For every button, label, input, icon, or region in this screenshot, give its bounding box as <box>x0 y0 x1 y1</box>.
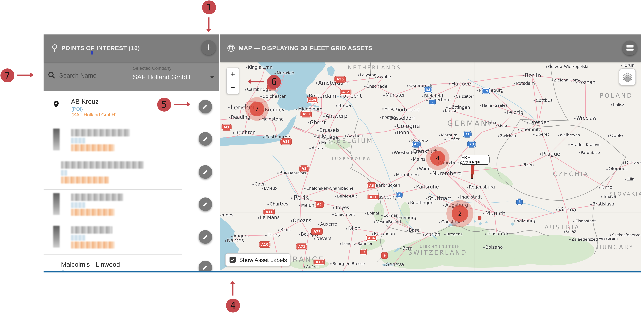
map-city-label: Halle (Saale) <box>480 103 507 108</box>
map-country-label: NETHERLANDS <box>348 65 401 71</box>
map-city-label: Wroclaw <box>574 115 596 121</box>
map-city-label: Basel <box>407 228 421 232</box>
motorway-badge: A6 <box>367 183 376 188</box>
redacted-poi-type <box>71 202 86 208</box>
redacted-poi-name <box>61 161 144 169</box>
map-city-label: Pardubice <box>578 150 600 155</box>
map-city-label: Kalisz <box>611 103 624 107</box>
motorway-badge: M3 <box>222 124 231 130</box>
poi-list-item[interactable] <box>44 125 219 157</box>
motorway-badge: A79 <box>314 259 324 265</box>
annotation-circle-7: 7 <box>0 69 14 82</box>
add-poi-button[interactable]: + <box>201 40 216 55</box>
map-layers-button[interactable] <box>619 69 636 86</box>
redacted-poi-name <box>71 193 123 201</box>
motorway-badge: 9 <box>361 249 366 255</box>
map-city-label: Norwich <box>274 70 294 75</box>
motorway-badge: A71 <box>296 244 307 250</box>
route-shield-badge: 2 <box>430 99 435 105</box>
map-city-label: Auxerre <box>318 222 337 226</box>
redacted-pin-icon <box>53 226 60 248</box>
chevron-down-icon[interactable] <box>210 76 214 79</box>
annotation-arrow-5 <box>174 104 187 105</box>
show-asset-labels-checkbox[interactable] <box>230 257 236 263</box>
map-menu-button[interactable] <box>622 41 637 55</box>
search-input[interactable] <box>58 72 133 79</box>
edit-poi-button[interactable] <box>198 230 212 244</box>
poi-list-item[interactable] <box>44 222 219 255</box>
edit-poi-button[interactable] <box>198 261 212 271</box>
map-city-label: Chemnitz <box>518 127 541 132</box>
poi-pin-outline-icon <box>51 43 58 53</box>
selected-company-dropdown[interactable]: SAF Holland GmbH <box>133 73 210 81</box>
annotation-circle-5: 5 <box>157 98 171 112</box>
poi-list-item[interactable] <box>44 157 219 190</box>
map-country-label: LIECHTENSTEIN <box>420 245 461 248</box>
single-asset-dot[interactable] <box>478 216 482 220</box>
poi-list-item[interactable]: AB Kreuz(POI)(SAF Holland GmbH) <box>44 91 219 125</box>
edit-poi-button[interactable] <box>198 100 212 113</box>
layers-icon <box>622 72 632 82</box>
edit-poi-button[interactable] <box>198 132 212 146</box>
selected-company-label: Selected Company <box>133 65 172 71</box>
map-city-label: Evreux <box>262 186 278 191</box>
poi-name: AB Kreuz <box>71 98 98 105</box>
motorway-badge: 9 <box>382 253 388 258</box>
edit-poi-button[interactable] <box>198 197 212 211</box>
map-city-label: Epinal <box>365 211 379 215</box>
map-city-label: Ghent <box>308 119 326 125</box>
map-city-label: Dusseldorf <box>387 115 415 121</box>
zoom-out-button[interactable]: − <box>227 81 239 94</box>
map-city-label: Liège <box>324 135 338 140</box>
map-city-label: Troyes <box>333 205 349 210</box>
map-city-label: Leipzig <box>504 110 523 115</box>
show-asset-labels-label: Show Asset Labels <box>239 256 287 263</box>
motorway-badge: A1 <box>300 166 308 172</box>
zoom-in-button[interactable]: + <box>227 68 239 81</box>
motorway-badge: A16 <box>281 139 292 145</box>
map-city-label: Antwerp <box>323 113 347 119</box>
map-city-label: Bolzano <box>483 245 503 250</box>
map-city-label: Middelburg <box>296 107 322 111</box>
map-city-label: Guéret <box>304 264 319 269</box>
motorway-badge: A77 <box>312 229 322 234</box>
edit-poi-button[interactable] <box>198 165 212 179</box>
route-shield-badge: 3 <box>517 199 522 205</box>
map-country-label: BELGIUM <box>336 137 374 144</box>
globe-icon <box>227 44 235 52</box>
map-country-label: HUNGARY <box>597 244 634 250</box>
map-city-label: King's Lynn <box>246 65 272 70</box>
map-city-label: Ingolstadt <box>458 195 482 199</box>
company-underline <box>134 84 216 84</box>
map-city-label: Bar-le-Duc <box>335 194 358 198</box>
pencil-icon <box>202 169 209 175</box>
map-city-label: Tours <box>265 232 280 238</box>
route-shield-badge: 19 <box>482 88 490 94</box>
map-city-label: Lons-le-Saunier <box>340 241 372 246</box>
map-city-label: Innsbruck <box>485 231 509 236</box>
motorway-badge: A31 <box>368 194 378 200</box>
map-city-label: Geneva <box>384 262 404 267</box>
map-city-label: Graz <box>564 229 576 234</box>
map-city-label: Dijon <box>346 226 360 231</box>
poi-panel-header: POINTS OF INTEREST (16) + <box>44 35 219 62</box>
map-city-label: Bonn <box>395 130 409 135</box>
map-city-label: Bregenz <box>444 232 462 236</box>
map-city-label: Eisenstadt <box>573 219 596 223</box>
redacted-poi-name <box>71 129 130 136</box>
map-city-label: Zlin <box>625 177 634 181</box>
redacted-poi-type <box>61 170 67 176</box>
map-panel: MAP — DISPLAYING 30 FLEET GRID ASSETS <box>220 35 641 271</box>
route-shield-badge: 73 <box>468 141 476 147</box>
map-city-label: Essen <box>382 106 397 111</box>
poi-list-item[interactable] <box>44 190 219 222</box>
redacted-poi-company <box>71 144 114 151</box>
redacted-pin-icon <box>53 129 60 150</box>
map-viewport[interactable]: NETHERLANDSGERMANYBELGIUMLUXEMBOURGCZECH… <box>220 62 641 271</box>
map-city-label: Plzen <box>520 162 534 167</box>
poi-list-item[interactable]: Malcolm's - Linwood() <box>44 255 219 271</box>
map-city-label: Mainz <box>410 157 426 162</box>
map-city-label: Magdeburg <box>476 88 503 93</box>
map-city-label: Nantes <box>225 238 244 243</box>
map-country-label: LUXEMBOURG <box>332 157 371 161</box>
